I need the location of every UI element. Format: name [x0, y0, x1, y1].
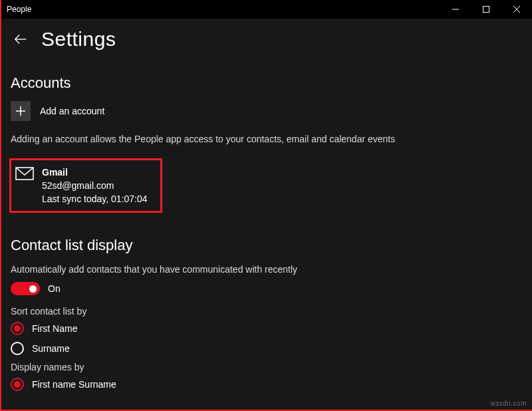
radio-icon	[11, 342, 24, 355]
account-sync: Last sync today, 01:07:04	[42, 192, 148, 206]
svg-rect-1	[483, 7, 489, 13]
display-label: Display names by	[11, 362, 523, 372]
accounts-hint: Adding an account allows the People app …	[11, 133, 523, 146]
plus-icon	[11, 101, 31, 121]
add-account-label: Add an account	[40, 106, 104, 116]
radio-label: Surname	[32, 343, 70, 354]
close-button[interactable]	[501, 0, 532, 19]
radio-label: First name Surname	[32, 379, 116, 390]
maximize-button[interactable]	[471, 0, 501, 19]
auto-add-toggle[interactable]	[11, 282, 40, 295]
arrow-left-icon	[13, 32, 28, 47]
account-email: 52sd@gmail.com	[42, 179, 148, 192]
watermark: wsxdn.com	[490, 400, 527, 407]
account-name: Gmail	[42, 166, 148, 179]
account-item-gmail[interactable]: Gmail 52sd@gmail.com Last sync today, 01…	[9, 158, 162, 213]
radio-icon	[11, 378, 24, 391]
sort-option-first-name[interactable]: First Name	[11, 322, 523, 335]
radio-icon	[11, 322, 24, 335]
page-title: Settings	[41, 28, 116, 51]
window-title: People	[7, 5, 31, 14]
titlebar: People	[1, 0, 532, 19]
display-option-first-name-surname[interactable]: First name Surname	[11, 378, 523, 391]
radio-label: First Name	[32, 323, 77, 334]
auto-add-label: Automatically add contacts that you have…	[11, 263, 523, 277]
sort-label: Sort contact list by	[11, 306, 523, 317]
add-account-button[interactable]: Add an account	[11, 101, 523, 121]
section-heading-accounts: Accounts	[11, 74, 523, 92]
auto-add-state: On	[48, 283, 61, 294]
section-heading-contact-list: Contact list display	[11, 237, 523, 254]
sort-option-surname[interactable]: Surname	[11, 342, 523, 355]
mail-icon	[15, 167, 34, 180]
minimize-button[interactable]	[440, 0, 471, 19]
back-button[interactable]	[11, 29, 31, 49]
